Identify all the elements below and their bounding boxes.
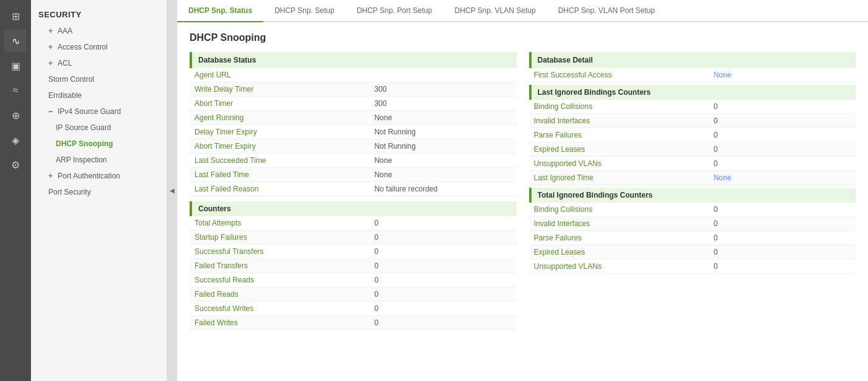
sidebar-item-ip-source-guard[interactable]: IP Source Guard	[31, 120, 167, 136]
table-row: Last Succeeded TimeNone	[190, 154, 517, 168]
counters-table: Total Attempts0Startup Failures0Successf…	[190, 216, 517, 330]
sidebar-item-arp-inspection[interactable]: ARP Inspection	[31, 152, 167, 168]
sidebar-item-dhcp-snooping[interactable]: DHCP Snooping	[31, 136, 167, 152]
counters-header: Counters	[190, 201, 517, 216]
last-ignored-header: Last Ignored Bindings Counters	[529, 85, 856, 100]
first-access-row: First Successful Access None	[529, 68, 856, 82]
table-row: Invalid Interfaces0	[529, 217, 856, 231]
row-label: Failed Writes	[190, 316, 369, 330]
sidebar-item-access-control[interactable]: + Access Control	[31, 39, 167, 55]
row-label: Invalid Interfaces	[529, 114, 709, 128]
table-row: Parse Failures0	[529, 128, 856, 142]
row-label: Invalid Interfaces	[529, 217, 709, 231]
sidebar: SECURITY + AAA + Access Control + ACL St…	[31, 0, 167, 381]
table-row: Last Failed ReasonNo failure recorded	[190, 182, 517, 196]
total-ignored-table: Binding Collisions0Invalid Interfaces0Pa…	[529, 203, 856, 274]
table-row: Parse Failures0	[529, 231, 856, 245]
row-value: Not Running	[369, 139, 516, 154]
row-value: None	[369, 111, 516, 125]
shield-icon[interactable]: ◈	[4, 129, 27, 151]
icon-bar: ⊞ ∿ ▣ ≈ ⊕ ◈ ⚙	[0, 0, 31, 381]
table-row: Last Ignored TimeNone	[529, 171, 856, 185]
row-value: 0	[709, 245, 856, 260]
row-value: 0	[369, 245, 516, 259]
row-value: 0	[369, 302, 516, 316]
network-icon[interactable]: ⊕	[4, 104, 27, 126]
row-label: Last Failed Time	[190, 168, 369, 182]
table-row: Expired Leases0	[529, 245, 856, 260]
table-row: Unsupported VLANs0	[529, 157, 856, 171]
table-row: Delay Timer ExpiryNot Running	[190, 125, 517, 139]
row-label: Unsupported VLANs	[529, 260, 709, 274]
tab-bar: DHCP Snp. Status DHCP Snp. Setup DHCP Sn…	[177, 0, 868, 22]
table-row: Startup Failures0	[190, 230, 517, 245]
row-label: Last Failed Reason	[190, 182, 369, 196]
row-value: None	[709, 171, 856, 185]
row-value: 300	[369, 82, 516, 97]
row-value: 0	[369, 287, 516, 302]
tab-dhcp-snp-setup[interactable]: DHCP Snp. Setup	[263, 0, 346, 22]
table-row: Successful Writes0	[190, 302, 517, 316]
sidebar-item-errdisable[interactable]: Errdisable	[31, 87, 167, 103]
sidebar-item-ipv4-source-guard[interactable]: − IPv4 Source Guard	[31, 103, 167, 120]
table-row: Binding Collisions0	[529, 203, 856, 217]
page-title: DHCP Snooping	[190, 32, 856, 43]
row-value: 0	[709, 142, 856, 157]
tab-dhcp-snp-vlan-setup[interactable]: DHCP Snp. VLAN Setup	[443, 0, 546, 22]
dashboard-icon[interactable]: ⊞	[4, 5, 27, 27]
row-label: Successful Transfers	[190, 245, 369, 259]
plus-icon: +	[48, 59, 53, 68]
collapse-sidebar-button[interactable]: ◀	[167, 0, 177, 381]
plus-icon: +	[48, 172, 53, 180]
sidebar-item-port-security[interactable]: Port Security	[31, 184, 167, 200]
table-row: Abort Timer300	[190, 97, 517, 111]
sidebar-item-acl[interactable]: + ACL	[31, 55, 167, 71]
row-value: 0	[709, 114, 856, 128]
row-label: Abort Timer Expiry	[190, 139, 369, 154]
sidebar-item-storm-control[interactable]: Storm Control	[31, 71, 167, 87]
graph-icon[interactable]: ≈	[4, 79, 27, 102]
row-label: Binding Collisions	[529, 203, 709, 217]
table-row: Successful Transfers0	[190, 245, 517, 259]
chart-icon[interactable]: ∿	[4, 30, 27, 52]
row-label: Startup Failures	[190, 230, 369, 245]
row-label: Expired Leases	[529, 142, 709, 157]
table-row: Invalid Interfaces0	[529, 114, 856, 128]
row-label: Successful Reads	[190, 273, 369, 287]
table-row: Agent RunningNone	[190, 111, 517, 125]
tab-dhcp-snp-port-setup[interactable]: DHCP Snp. Port Setup	[346, 0, 444, 22]
table-row: Total Attempts0	[190, 216, 517, 230]
row-value: 300	[369, 97, 516, 111]
row-value: None	[369, 154, 516, 168]
sidebar-item-aaa[interactable]: + AAA	[31, 23, 167, 39]
row-label: Delay Timer Expiry	[190, 125, 369, 139]
main-content: DHCP Snp. Status DHCP Snp. Setup DHCP Sn…	[177, 0, 868, 381]
row-label: Abort Timer	[190, 97, 369, 111]
row-value: 0	[369, 259, 516, 273]
table-row: Last Failed TimeNone	[190, 168, 517, 182]
row-label: Total Attempts	[190, 216, 369, 230]
row-value: 0	[369, 273, 516, 287]
row-label: Failed Transfers	[190, 259, 369, 273]
table-row: Agent URL	[190, 68, 517, 82]
row-value: 0	[369, 216, 516, 230]
right-column: Database Detail First Successful Access …	[529, 52, 856, 330]
table-row: Failed Transfers0	[190, 259, 517, 273]
row-value: 0	[709, 203, 856, 217]
two-col-layout: Database Status Agent URLWrite Delay Tim…	[190, 52, 856, 330]
row-value: Not Running	[369, 125, 516, 139]
database-status-header: Database Status	[190, 52, 517, 68]
tab-dhcp-snp-status[interactable]: DHCP Snp. Status	[177, 0, 263, 22]
database-status-table: Agent URLWrite Delay Timer300Abort Timer…	[190, 68, 517, 196]
wrench-icon[interactable]: ⚙	[4, 154, 27, 176]
tab-dhcp-snp-vlan-port-setup[interactable]: DHCP Snp. VLAN Port Setup	[547, 0, 667, 22]
row-value: 0	[709, 100, 856, 114]
row-value: 0	[709, 260, 856, 274]
table-row: Abort Timer ExpiryNot Running	[190, 139, 517, 154]
sidebar-item-port-authentication[interactable]: + Port Authentication	[31, 168, 167, 184]
row-value: 0	[709, 157, 856, 171]
table-row: Binding Collisions0	[529, 100, 856, 114]
row-label: Expired Leases	[529, 245, 709, 260]
left-column: Database Status Agent URLWrite Delay Tim…	[190, 52, 517, 330]
monitor-icon[interactable]: ▣	[4, 55, 27, 77]
